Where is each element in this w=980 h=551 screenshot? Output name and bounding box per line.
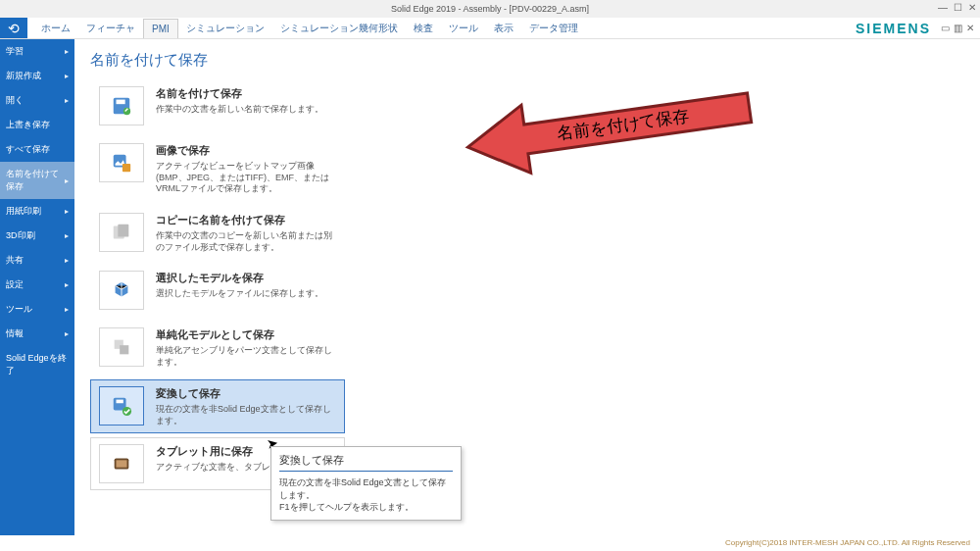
tab-view[interactable]: 表示 <box>486 18 521 39</box>
sidebar-item-label: 情報 <box>6 327 24 340</box>
svg-rect-6 <box>118 225 128 237</box>
sidebar-item-label: すべて保存 <box>6 143 50 156</box>
close-icon[interactable]: ✕ <box>968 2 976 13</box>
tab-inspect[interactable]: 検査 <box>406 18 441 39</box>
chevron-right-icon: ▸ <box>65 231 69 240</box>
option-save-as[interactable]: 名前を付けて保存 作業中の文書を新しい名前で保存します。 <box>90 79 345 132</box>
callout-text: 名前を付けて保存 <box>556 107 690 144</box>
chevron-right-icon: ▸ <box>65 305 69 314</box>
sidebar-item-label: 名前を付けて保存 <box>6 168 65 193</box>
option-title: 変換して保存 <box>156 386 336 401</box>
sidebar-item-label: 共有 <box>6 254 24 267</box>
option-title: コピーに名前を付けて保存 <box>156 213 336 227</box>
sidebar-item-label: 新規作成 <box>6 70 41 82</box>
tab-feature[interactable]: フィーチャ <box>78 18 143 39</box>
footer-copyright: Copyright(C)2018 INTER-MESH JAPAN CO.,LT… <box>0 535 980 551</box>
maximize-icon[interactable]: ☐ <box>954 2 962 13</box>
sidebar-item-tools[interactable]: ツール▸ <box>0 297 74 322</box>
sidebar-item-learn[interactable]: 学習▸ <box>0 39 74 64</box>
sidebar-item-open[interactable]: 開く▸ <box>0 88 74 113</box>
sidebar-item-label: ツール <box>6 303 32 316</box>
chevron-right-icon: ▸ <box>65 176 69 185</box>
back-button[interactable]: ⟲ <box>0 18 27 38</box>
tab-simulation[interactable]: シミュレーション <box>178 18 272 39</box>
sidebar-item-label: Solid Edgeを終了 <box>6 352 69 377</box>
back-arrow-icon: ⟲ <box>8 21 20 36</box>
option-desc: 作業中の文書のコピーを新しい名前または別のファイル形式で保存します。 <box>156 230 336 253</box>
sidebar-item-saveas[interactable]: 名前を付けて保存▸ <box>0 162 74 199</box>
simplified-save-icon <box>99 327 144 367</box>
window-close2-icon[interactable]: ✕ <box>966 23 974 33</box>
page-title: 名前を付けて保存 <box>90 51 964 70</box>
option-title: 名前を付けて保存 <box>156 86 323 101</box>
option-save-selected-model[interactable]: 選択したモデルを保存 選択したモデルをファイルに保存します。 <box>90 264 345 317</box>
copy-save-icon <box>99 213 144 252</box>
backstage-content: 名前を付けて保存 名前を付けて保存 作業中の文書を新しい名前で保存します。 画像… <box>74 39 980 535</box>
window-layout-icon[interactable]: ▥ <box>954 23 962 33</box>
sidebar-item-3dprint[interactable]: 3D印刷▸ <box>0 224 74 248</box>
tab-home[interactable]: ホーム <box>33 18 78 39</box>
svg-rect-8 <box>120 346 128 355</box>
titlebar: Solid Edge 2019 - Assembly - [PDV-00229_… <box>0 0 980 18</box>
svg-marker-13 <box>464 78 755 176</box>
image-save-icon <box>99 143 144 182</box>
chevron-right-icon: ▸ <box>65 256 69 265</box>
option-title: 画像で保存 <box>156 143 336 158</box>
sidebar-item-info[interactable]: 情報▸ <box>0 322 74 346</box>
option-desc: 選択したモデルをファイルに保存します。 <box>156 288 323 300</box>
option-desc: 作業中の文書を新しい名前で保存します。 <box>156 104 323 116</box>
option-desc: アクティブなビューをビットマップ画像(BMP、JPEG、またはTIFF)、EMF… <box>156 161 336 195</box>
chevron-right-icon: ▸ <box>65 47 69 56</box>
chevron-right-icon: ▸ <box>65 207 69 216</box>
option-save-translated[interactable]: 変換して保存 現在の文書を非Solid Edge文書として保存します。 <box>90 379 345 433</box>
tooltip: 変換して保存 現在の文書を非Solid Edge文書として保存します。 F1を押… <box>270 446 462 521</box>
sidebar-item-label: 3D印刷 <box>6 229 35 242</box>
option-save-copy-as[interactable]: コピーに名前を付けて保存 作業中の文書のコピーを新しい名前または別のファイル形式… <box>90 206 345 260</box>
option-title: 選択したモデルを保存 <box>156 271 323 285</box>
sidebar-item-exit[interactable]: Solid Edgeを終了 <box>0 346 74 383</box>
window-controls: — ☐ ✕ <box>938 2 976 13</box>
sidebar-item-label: 上書き保存 <box>6 119 50 131</box>
tab-tools[interactable]: ツール <box>441 18 486 39</box>
save-as-icon <box>99 86 144 125</box>
backstage-sidebar: 学習▸ 新規作成▸ 開く▸ 上書き保存 すべて保存 名前を付けて保存▸ 用紙印刷… <box>0 39 74 535</box>
chevron-right-icon: ▸ <box>65 329 69 338</box>
window-restore-icon[interactable]: ▭ <box>941 23 950 33</box>
option-desc: 現在の文書を非Solid Edge文書として保存します。 <box>156 404 336 426</box>
chevron-right-icon: ▸ <box>65 280 69 289</box>
sidebar-item-label: 用紙印刷 <box>6 205 41 218</box>
window-title: Solid Edge 2019 - Assembly - [PDV-00229_… <box>391 4 589 14</box>
tab-data-management[interactable]: データ管理 <box>521 18 586 39</box>
option-save-simplified[interactable]: 単純化モデルとして保存 単純化アセンブリをパーツ文書として保存します。 <box>90 321 345 375</box>
sidebar-item-print-paper[interactable]: 用紙印刷▸ <box>0 199 74 224</box>
sidebar-item-save[interactable]: 上書き保存 <box>0 113 74 137</box>
svg-rect-1 <box>117 100 125 105</box>
option-save-as-image[interactable]: 画像で保存 アクティブなビューをビットマップ画像(BMP、JPEG、またはTIF… <box>90 136 345 202</box>
tablet-save-icon <box>99 444 144 483</box>
ribbon-tabs: ホーム フィーチャ PMI シミュレーション シミュレーション幾何形状 検査 ツ… <box>27 18 586 38</box>
tooltip-line: F1を押してヘルプを表示します。 <box>279 501 453 514</box>
sidebar-item-label: 設定 <box>6 278 24 291</box>
model-save-icon <box>99 271 144 310</box>
sidebar-item-saveall[interactable]: すべて保存 <box>0 137 74 162</box>
sidebar-item-label: 学習 <box>6 45 24 58</box>
main-area: 学習▸ 新規作成▸ 開く▸ 上書き保存 すべて保存 名前を付けて保存▸ 用紙印刷… <box>0 39 980 535</box>
ribbon-bar: ⟲ ホーム フィーチャ PMI シミュレーション シミュレーション幾何形状 検査… <box>0 18 980 39</box>
callout-arrow: 名前を付けて保存 <box>457 78 760 176</box>
tab-simulation-geometry[interactable]: シミュレーション幾何形状 <box>272 18 406 39</box>
tooltip-title: 変換して保存 <box>279 453 453 472</box>
tab-pmi[interactable]: PMI <box>143 19 178 38</box>
ribbon-right-icons: ▭ ▥ ✕ <box>941 18 980 38</box>
sidebar-item-new[interactable]: 新規作成▸ <box>0 64 74 88</box>
tooltip-line: 現在の文書を非Solid Edge文書として保存します。 <box>279 476 453 501</box>
chevron-right-icon: ▸ <box>65 72 69 80</box>
minimize-icon[interactable]: — <box>938 2 948 13</box>
sidebar-item-settings[interactable]: 設定▸ <box>0 273 74 297</box>
svg-rect-4 <box>122 164 130 172</box>
sidebar-item-share[interactable]: 共有▸ <box>0 248 74 273</box>
chevron-right-icon: ▸ <box>65 96 69 105</box>
svg-rect-12 <box>117 461 127 468</box>
option-desc: 単純化アセンブリをパーツ文書として保存します。 <box>156 345 336 368</box>
sidebar-item-label: 開く <box>6 94 24 107</box>
translate-save-icon <box>99 386 144 426</box>
